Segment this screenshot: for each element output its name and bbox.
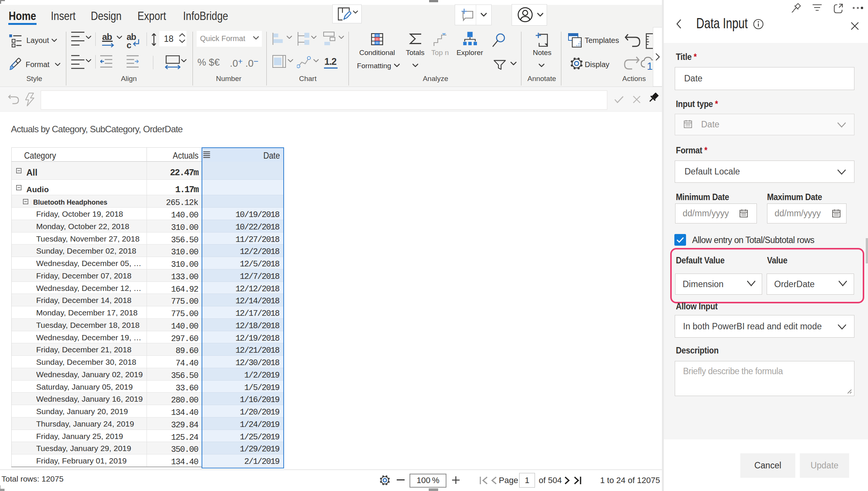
svg-text:1: 1 <box>647 60 653 71</box>
